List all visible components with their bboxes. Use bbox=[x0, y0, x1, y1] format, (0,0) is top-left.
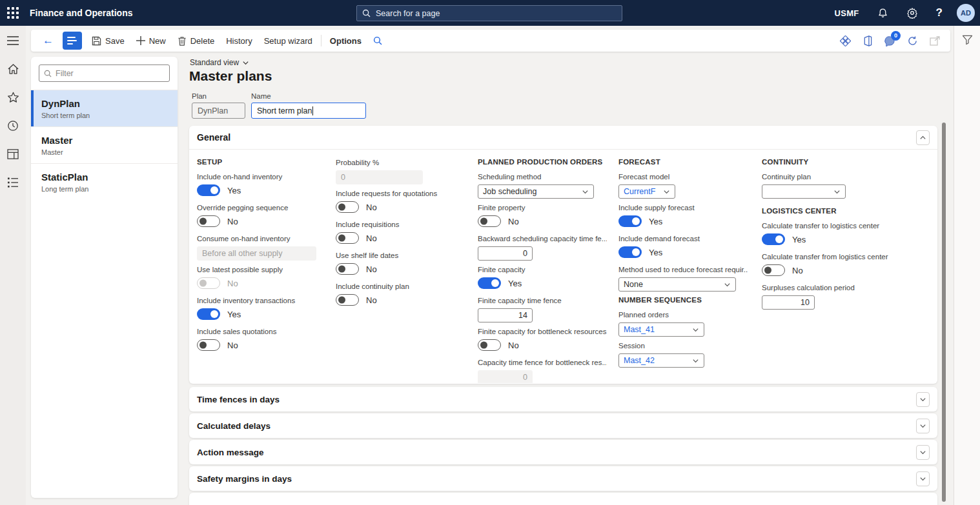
back-button[interactable]: ← bbox=[37, 30, 59, 52]
refresh-icon[interactable] bbox=[907, 35, 918, 46]
field-label: Include demand forecast bbox=[618, 234, 748, 243]
new-button[interactable]: New bbox=[130, 30, 172, 52]
text-caret bbox=[312, 106, 313, 115]
open-in-new-window-icon[interactable] bbox=[930, 36, 940, 46]
field-include-demand-forecast: Include demand forecastYes bbox=[618, 234, 748, 258]
save-button[interactable]: Save bbox=[86, 30, 130, 52]
include-requisitions-toggle[interactable] bbox=[336, 232, 359, 244]
favorites-star-icon[interactable] bbox=[6, 90, 20, 104]
field-include-inventory-transactions: Include inventory transactionsYes bbox=[197, 296, 326, 320]
field-use-latest-possible-supply: Use latest possible supplyNo bbox=[197, 265, 326, 289]
section-expand-button[interactable] bbox=[916, 471, 930, 486]
include-inventory-transactions-toggle[interactable] bbox=[197, 308, 220, 320]
continuity-plan-select[interactable] bbox=[762, 184, 846, 199]
section-title[interactable]: Action message bbox=[197, 448, 264, 457]
plan-list-item-dynplan[interactable]: DynPlanShort term plan bbox=[31, 90, 178, 126]
surpluses-calculation-period-input[interactable]: 10 bbox=[762, 295, 815, 310]
notifications-bell-icon[interactable] bbox=[870, 0, 896, 26]
search-icon bbox=[362, 9, 371, 17]
field-consume-on-hand-inventory: Consume on-hand inventoryBefore all othe… bbox=[197, 234, 326, 261]
toolbar-search-icon[interactable] bbox=[367, 30, 388, 52]
general-column: SETUPInclude on-hand inventoryYesOverrid… bbox=[197, 158, 326, 358]
scrollbar-thumb[interactable] bbox=[942, 123, 946, 502]
modules-list-icon[interactable] bbox=[6, 175, 20, 190]
finite-capacity-for-bottleneck-resources-toggle[interactable] bbox=[478, 339, 501, 351]
field-label: Use shelf life dates bbox=[336, 251, 465, 260]
planned-orders-select[interactable]: Mast_41 bbox=[618, 322, 704, 337]
forecast-model-select[interactable]: CurrentF bbox=[618, 184, 675, 199]
field-label: Include requests for quotations bbox=[336, 189, 465, 198]
toggle-value: Yes bbox=[227, 186, 241, 195]
help-icon[interactable]: ? bbox=[928, 0, 950, 26]
global-search-input[interactable]: Search for a page bbox=[356, 5, 622, 21]
calculate-transfer-from-logistics-center-toggle[interactable] bbox=[762, 264, 785, 276]
method-used-to-reduce-forecast-requir-select[interactable]: None bbox=[618, 277, 736, 292]
scheduling-method-select[interactable]: Job scheduling bbox=[478, 184, 594, 199]
app-launcher-icon[interactable] bbox=[0, 0, 26, 26]
section-expand-button[interactable] bbox=[916, 445, 930, 460]
section-card-action-message: Action message bbox=[189, 440, 937, 464]
recent-clock-icon[interactable] bbox=[6, 119, 20, 133]
options-tab[interactable]: Options bbox=[324, 30, 367, 52]
feedback-count-badge: 0 bbox=[891, 31, 901, 41]
feedback-chat-icon[interactable]: 0 bbox=[884, 35, 895, 46]
include-requests-for-quotations-toggle[interactable] bbox=[336, 201, 359, 213]
hamburger-menu-icon[interactable] bbox=[6, 34, 20, 48]
field-probability: Probability %0 bbox=[336, 158, 465, 184]
user-avatar[interactable]: AD bbox=[957, 4, 975, 22]
name-input-value: Short term plan bbox=[257, 106, 312, 115]
field-method-used-to-reduce-forecast-requir: Method used to reduce forecast requir...… bbox=[618, 265, 748, 292]
include-sales-quotations-toggle[interactable] bbox=[197, 339, 220, 351]
include-continuity-plan-toggle[interactable] bbox=[336, 294, 359, 306]
include-supply-forecast-toggle[interactable] bbox=[618, 215, 642, 227]
left-navigation-rail bbox=[0, 26, 26, 505]
use-latest-possible-supply-toggle[interactable] bbox=[197, 277, 220, 289]
session-select[interactable]: Mast_42 bbox=[618, 353, 704, 368]
field-label: Finite capacity bbox=[478, 265, 607, 274]
office-apps-icon[interactable] bbox=[863, 35, 873, 46]
home-icon[interactable] bbox=[6, 62, 20, 76]
field-label: Session bbox=[618, 341, 748, 350]
calculate-transfer-to-logistics-center-toggle[interactable] bbox=[762, 233, 785, 245]
field-label: Scheduling method bbox=[478, 172, 607, 181]
navigation-pane-toggle-button[interactable] bbox=[63, 32, 82, 50]
backward-scheduling-capacity-time-fe-input[interactable]: 0 bbox=[478, 246, 533, 261]
include-on-hand-inventory-toggle[interactable] bbox=[197, 184, 220, 196]
plan-item-title: DynPlan bbox=[41, 98, 168, 109]
section-expand-button[interactable] bbox=[916, 392, 930, 407]
history-button[interactable]: History bbox=[220, 30, 258, 52]
filter-funnel-icon[interactable] bbox=[962, 35, 973, 505]
view-selector[interactable]: Standard view bbox=[190, 58, 249, 67]
company-picker[interactable]: USMF bbox=[827, 0, 867, 26]
select-value: CurrentF bbox=[624, 187, 655, 196]
finite-capacity-toggle[interactable] bbox=[478, 277, 501, 289]
setup-wizard-button[interactable]: Setup wizard bbox=[258, 30, 318, 52]
section-expand-button[interactable] bbox=[916, 419, 930, 433]
delete-button[interactable]: Delete bbox=[172, 30, 221, 52]
general-collapse-button[interactable] bbox=[916, 130, 930, 145]
app-title: Finance and Operations bbox=[30, 8, 132, 18]
chevron-down-icon bbox=[919, 475, 926, 482]
section-title[interactable]: Time fences in days bbox=[197, 395, 280, 404]
plan-input[interactable]: DynPlan bbox=[192, 103, 245, 119]
toggle-value: No bbox=[227, 279, 238, 288]
save-icon bbox=[92, 36, 101, 46]
workspaces-icon[interactable] bbox=[6, 147, 20, 161]
override-pegging-sequence-toggle[interactable] bbox=[197, 215, 220, 227]
finite-capacity-time-fence-input[interactable]: 14 bbox=[478, 308, 533, 322]
power-apps-icon[interactable] bbox=[840, 35, 851, 46]
section-title[interactable]: Calculated delays bbox=[197, 421, 271, 431]
finite-property-toggle[interactable] bbox=[478, 215, 501, 227]
name-input[interactable]: Short term plan bbox=[251, 103, 366, 119]
field-label: Override pegging sequence bbox=[197, 203, 326, 212]
section-title[interactable]: Safety margins in days bbox=[197, 474, 292, 484]
field-forecast-model: Forecast modelCurrentF bbox=[618, 172, 748, 199]
settings-gear-icon[interactable] bbox=[899, 0, 926, 26]
include-demand-forecast-toggle[interactable] bbox=[618, 246, 642, 258]
plan-list-item-staticplan[interactable]: StaticPlanLong term plan bbox=[31, 163, 178, 200]
plan-filter-input[interactable]: Filter bbox=[39, 64, 170, 82]
use-shelf-life-dates-toggle[interactable] bbox=[336, 263, 359, 275]
plan-list-item-master[interactable]: MasterMaster bbox=[31, 126, 178, 163]
field-label: Calculate transfer from logistics center bbox=[762, 252, 891, 261]
general-section-title[interactable]: General bbox=[197, 132, 230, 143]
